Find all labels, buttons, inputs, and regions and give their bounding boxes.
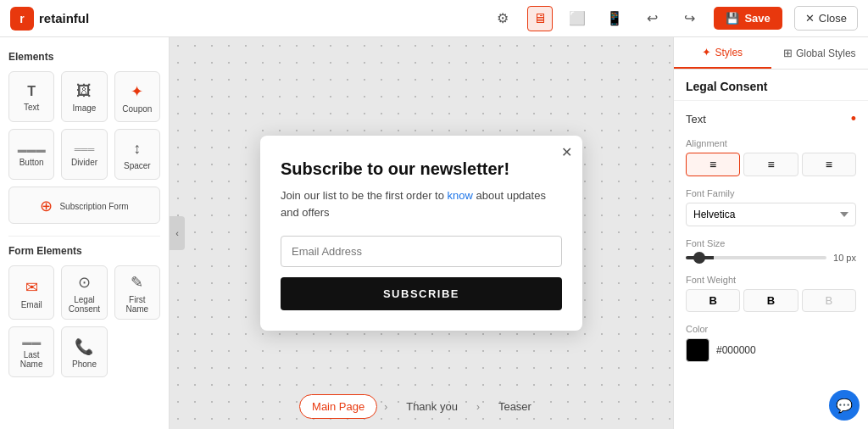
legal-consent-label: Legal Consent [65, 295, 103, 314]
legal-consent-icon: ⊙ [78, 273, 91, 292]
app-logo: r retainful [10, 7, 89, 31]
text-dot: • [851, 111, 856, 126]
tab-arrow-2: › [476, 401, 480, 413]
button-label: Button [19, 158, 44, 167]
align-right-btn[interactable]: ≡ [802, 153, 856, 176]
panel-tabs: ✦ Styles ⊞ Global Styles [674, 37, 868, 70]
close-button[interactable]: ✕ Close [794, 6, 858, 31]
tablet-icon-btn[interactable]: ⬜ [565, 6, 590, 31]
panel-body: Text • Alignment ≡ ≡ ≡ Font Family Helve… [674, 101, 868, 372]
tab-thank-you[interactable]: Thank you [394, 395, 470, 418]
element-image[interactable]: 🖼 Image [61, 71, 107, 122]
email-icon: ✉ [25, 278, 38, 297]
form-element-legal-consent[interactable]: ⊙ Legal Consent [61, 265, 107, 320]
last-name-icon: ▬▬ [22, 337, 41, 347]
elements-grid: T Text 🖼 Image ✦ Coupon ▬▬▬ Button ═══ D… [8, 71, 160, 224]
email-input[interactable] [281, 236, 562, 267]
text-value: Text [686, 113, 706, 125]
image-label: Image [73, 103, 97, 113]
element-coupon[interactable]: ✦ Coupon [114, 71, 160, 122]
undo-btn[interactable]: ↩ [639, 6, 665, 31]
element-spacer[interactable]: ↕ Spacer [114, 129, 160, 180]
form-element-phone[interactable]: 📞 Phone [61, 326, 107, 377]
page-tabs: Main Page › Thank you › Teaser [299, 394, 543, 419]
font-weight-group: Font Weight B B B [686, 275, 856, 312]
save-icon: 💾 [726, 12, 739, 25]
email-label: Email [21, 300, 42, 309]
text-field-group: Text • [686, 111, 856, 126]
align-center-btn[interactable]: ≡ [743, 153, 798, 176]
popup-title: Subscribe to our newsletter! [281, 159, 562, 179]
element-button[interactable]: ▬▬▬ Button [8, 129, 54, 180]
popup-subtitle: Join our list to be the first order to k… [281, 187, 562, 220]
desktop-icon-btn[interactable]: 🖥 [527, 6, 553, 31]
font-size-row: 10 px [686, 253, 856, 263]
popup-modal: ✕ Subscribe to our newsletter! Join our … [260, 136, 582, 331]
element-text[interactable]: T Text [8, 71, 54, 122]
subscription-form-label: Subscription Form [59, 202, 128, 211]
color-row: #000000 [686, 338, 856, 362]
fw-light-btn[interactable]: B [802, 289, 856, 312]
subscribe-button[interactable]: SUBSCRIBE [281, 277, 562, 310]
color-swatch[interactable] [686, 338, 709, 362]
image-icon: 🖼 [76, 82, 92, 100]
form-elements-section-title: Form Elements [8, 245, 160, 257]
color-hex-value: #000000 [716, 344, 756, 356]
form-element-first-name[interactable]: ✎ First Name [114, 265, 160, 320]
popup-link[interactable]: know [448, 189, 473, 202]
header-icons: ⚙ 🖥 ⬜ 📱 ↩ ↪ 💾 Save ✕ Close [490, 6, 858, 31]
font-weight-row: B B B [686, 289, 856, 312]
close-label: Close [819, 12, 847, 25]
align-left-btn[interactable]: ≡ [686, 153, 740, 176]
fw-bold-btn[interactable]: B [686, 289, 740, 312]
popup-close-btn[interactable]: ✕ [561, 144, 572, 160]
close-icon: ✕ [805, 12, 815, 25]
tab-arrow-1: › [384, 401, 387, 413]
font-weight-label: Font Weight [686, 275, 856, 285]
mobile-icon-btn[interactable]: 📱 [602, 6, 627, 31]
element-divider[interactable]: ═══ Divider [61, 129, 107, 180]
chat-button[interactable]: 💬 [829, 390, 860, 421]
tab-global-styles[interactable]: ⊞ Global Styles [771, 37, 869, 69]
color-group: Color #000000 [686, 324, 856, 362]
button-icon: ▬▬▬ [18, 144, 46, 154]
tab-teaser[interactable]: Teaser [487, 395, 543, 418]
sidebar-collapse-btn[interactable]: ‹ [170, 216, 185, 250]
logo-icon: r [10, 7, 34, 31]
settings-icon-btn[interactable]: ⚙ [490, 6, 515, 31]
panel-section-title: Legal Consent [674, 70, 868, 101]
form-element-last-name[interactable]: ▬▬ Last Name [8, 326, 54, 377]
coupon-icon: ✦ [131, 82, 143, 101]
styles-icon: ✦ [702, 46, 711, 58]
global-styles-icon: ⊞ [783, 47, 793, 59]
form-elements-grid: ✉ Email ⊙ Legal Consent ✎ First Name ▬▬ … [8, 265, 160, 377]
first-name-icon: ✎ [131, 273, 143, 292]
tab-styles[interactable]: ✦ Styles [674, 37, 771, 69]
form-element-email[interactable]: ✉ Email [8, 265, 54, 320]
font-size-slider[interactable] [686, 256, 826, 259]
alignment-label: Alignment [686, 138, 856, 148]
font-family-select[interactable]: Helvetica Arial Times New Roman Georgia [686, 203, 856, 226]
main-layout: Elements T Text 🖼 Image ✦ Coupon ▬▬▬ But… [0, 37, 868, 429]
save-button[interactable]: 💾 Save [714, 7, 782, 30]
spacer-label: Spacer [124, 161, 151, 170]
last-name-label: Last Name [13, 350, 50, 369]
app-header: r retainful ⚙ 🖥 ⬜ 📱 ↩ ↪ 💾 Save ✕ Close [0, 0, 868, 37]
phone-icon: 📞 [75, 337, 93, 356]
alignment-row: ≡ ≡ ≡ [686, 153, 856, 176]
font-family-group: Font Family Helvetica Arial Times New Ro… [686, 188, 856, 226]
font-size-value: 10 px [833, 253, 856, 263]
phone-label: Phone [72, 359, 97, 369]
save-label: Save [744, 12, 770, 25]
divider-label: Divider [71, 158, 97, 167]
logo-text: retainful [39, 11, 89, 25]
alignment-group: Alignment ≡ ≡ ≡ [686, 138, 856, 176]
tab-main-page[interactable]: Main Page [299, 394, 377, 419]
color-label: Color [686, 324, 856, 334]
coupon-label: Coupon [122, 104, 152, 114]
fw-semibold-btn[interactable]: B [743, 289, 798, 312]
redo-btn[interactable]: ↪ [676, 6, 702, 31]
element-subscription-form[interactable]: ⊕ Subscription Form [8, 187, 160, 224]
canvas-area: ‹ ✕ Subscribe to our newsletter! Join ou… [170, 37, 673, 429]
styles-tab-label: Styles [715, 47, 743, 58]
